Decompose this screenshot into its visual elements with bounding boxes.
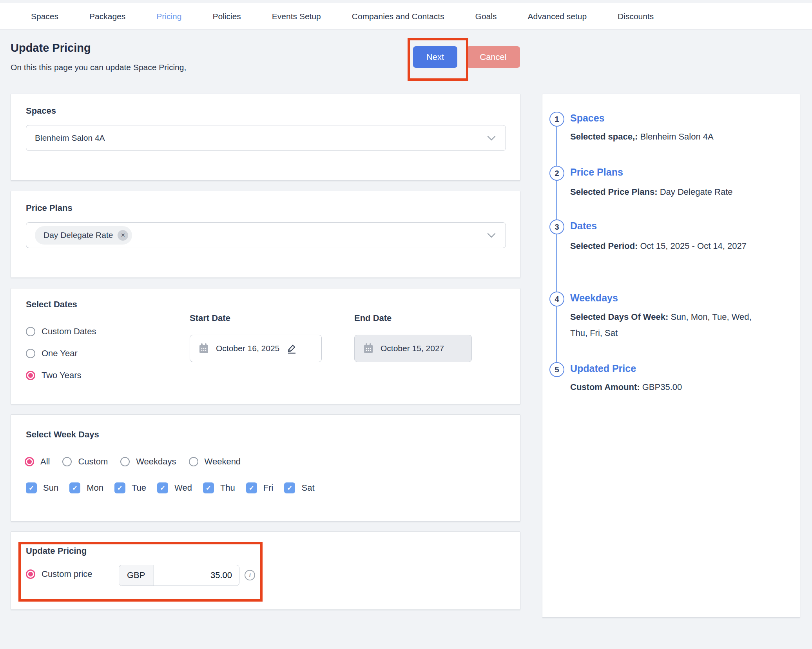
select-dates-card: Select Dates Custom DatesOne YearTwo Yea…: [11, 288, 520, 404]
spaces-select-value: Blenheim Salon 4A: [35, 133, 487, 143]
radio-option-all[interactable]: All: [25, 456, 50, 468]
remove-tag-icon[interactable]: ✕: [118, 230, 128, 241]
checkbox-label: Thu: [220, 483, 235, 493]
step-number-2: 2: [549, 166, 564, 181]
select-week-days-card: Select Week Days AllCustomWeekdaysWeeken…: [11, 414, 520, 522]
checkbox-icon[interactable]: [114, 482, 125, 493]
step-description: Selected Period: Oct 15, 2025 - Oct 14, …: [570, 238, 758, 254]
step-desc-value: Day Delegate Rate: [658, 187, 733, 197]
checkbox-icon[interactable]: [203, 482, 214, 493]
radio-icon[interactable]: [26, 371, 35, 380]
weekday-checkbox-fri[interactable]: Fri: [246, 482, 274, 494]
summary-sidebar: 1SpacesSelected space,: Blenheim Salon 4…: [542, 94, 800, 618]
nav-item-pricing[interactable]: Pricing: [156, 12, 181, 21]
nav-item-packages[interactable]: Packages: [89, 12, 125, 21]
custom-price-option[interactable]: Custom price: [26, 569, 92, 579]
checkbox-icon[interactable]: [246, 482, 257, 493]
nav-item-policies[interactable]: Policies: [212, 12, 241, 21]
radio-option-custom-dates[interactable]: Custom Dates: [26, 326, 96, 337]
radio-option-custom[interactable]: Custom: [62, 456, 108, 468]
weekday-checkbox-thu[interactable]: Thu: [203, 482, 235, 494]
checkbox-icon[interactable]: [26, 482, 37, 493]
end-date-label: End Date: [354, 313, 392, 323]
info-icon[interactable]: i: [245, 570, 255, 580]
start-date-field[interactable]: October 16, 2025: [190, 335, 322, 362]
radio-icon[interactable]: [120, 457, 130, 466]
spaces-card: Spaces Blenheim Salon 4A: [11, 94, 520, 181]
step-title-updated-price[interactable]: Updated Price: [570, 363, 636, 374]
next-button[interactable]: Next: [413, 46, 457, 68]
step-description: Selected Days Of Week: Sun, Mon, Tue, We…: [570, 309, 758, 341]
nav-item-advanced-setup[interactable]: Advanced setup: [527, 12, 587, 21]
step-description: Custom Amount: GBP35.00: [570, 379, 758, 395]
step-number-1: 1: [549, 112, 564, 127]
step-number-5: 5: [549, 362, 564, 377]
checkbox-icon[interactable]: [69, 482, 80, 493]
page-subtitle: On this this page you can update Space P…: [11, 63, 186, 72]
price-plans-select[interactable]: Day Delegate Rate ✕: [26, 222, 506, 248]
end-date-field: October 15, 2027: [354, 335, 472, 362]
step-number-3: 3: [549, 219, 564, 234]
step-number-4: 4: [549, 292, 564, 306]
price-plans-pill-wrap: Day Delegate Rate ✕: [35, 226, 487, 245]
weekday-checkbox-tue[interactable]: Tue: [114, 482, 146, 494]
custom-price-label: Custom price: [42, 569, 92, 579]
radio-option-two-years[interactable]: Two Years: [26, 370, 96, 381]
radio-icon[interactable]: [25, 457, 34, 466]
radio-option-weekend[interactable]: Weekend: [189, 456, 241, 468]
update-pricing-page: SpacesPackagesPricingPoliciesEvents Setu…: [0, 0, 812, 649]
start-date-label: Start Date: [190, 313, 230, 323]
custom-price-radio-icon[interactable]: [26, 569, 35, 579]
radio-icon[interactable]: [189, 457, 198, 466]
weekday-checkbox-sat[interactable]: Sat: [284, 482, 314, 494]
amount-value[interactable]: 35.00: [154, 565, 239, 586]
nav-item-companies-and-contacts[interactable]: Companies and Contacts: [352, 12, 444, 21]
checkbox-icon[interactable]: [157, 482, 168, 493]
spaces-select[interactable]: Blenheim Salon 4A: [26, 125, 506, 151]
radio-label: Weekend: [205, 457, 241, 467]
price-plans-card: Price Plans Day Delegate Rate ✕: [11, 191, 520, 278]
step-desc-label: Selected Days Of Week:: [570, 312, 668, 322]
step-title-spaces[interactable]: Spaces: [570, 112, 605, 124]
radio-label: Weekdays: [136, 457, 176, 467]
price-plan-tag: Day Delegate Rate ✕: [35, 226, 132, 245]
checkbox-label: Fri: [263, 483, 274, 493]
nav-item-discounts[interactable]: Discounts: [618, 12, 654, 21]
cancel-button[interactable]: Cancel: [466, 46, 520, 68]
update-pricing-card: Update Pricing Custom price GBP 35.00 i: [11, 531, 520, 610]
step-title-dates[interactable]: Dates: [570, 220, 597, 232]
step-desc-label: Selected space,:: [570, 132, 638, 141]
radio-icon[interactable]: [62, 457, 72, 466]
radio-label: One Year: [42, 348, 78, 359]
checkbox-label: Wed: [174, 483, 192, 493]
radio-icon[interactable]: [26, 349, 35, 358]
custom-price-input[interactable]: GBP 35.00: [119, 565, 239, 586]
step-title-price-plans[interactable]: Price Plans: [570, 167, 623, 178]
weekday-checkbox-wed[interactable]: Wed: [157, 482, 192, 494]
week-days-checkbox-group: SunMonTueWedThuFriSat: [26, 482, 315, 494]
radio-label: Custom: [78, 457, 108, 467]
step-title-weekdays[interactable]: Weekdays: [570, 292, 618, 304]
weekday-checkbox-sun[interactable]: Sun: [26, 482, 58, 494]
nav-item-spaces[interactable]: Spaces: [31, 12, 58, 21]
step-description: Selected space,: Blenheim Salon 4A: [570, 129, 758, 145]
radio-option-one-year[interactable]: One Year: [26, 348, 96, 359]
radio-label: Two Years: [42, 370, 82, 381]
checkbox-icon[interactable]: [284, 482, 295, 493]
price-plan-tag-label: Day Delegate Rate: [44, 230, 113, 240]
end-date-value: October 15, 2027: [381, 344, 444, 353]
edit-pencil-icon[interactable]: [286, 343, 297, 354]
page-title: Update Pricing: [11, 42, 91, 54]
step-desc-value: Blenheim Salon 4A: [638, 132, 713, 141]
spaces-card-label: Spaces: [26, 106, 56, 116]
checkbox-label: Sun: [43, 483, 58, 493]
nav-item-events-setup[interactable]: Events Setup: [272, 12, 321, 21]
step-description: Selected Price Plans: Day Delegate Rate: [570, 184, 758, 200]
step-desc-label: Selected Price Plans:: [570, 187, 658, 197]
radio-icon[interactable]: [26, 327, 35, 336]
weekday-checkbox-mon[interactable]: Mon: [69, 482, 103, 494]
nav-item-goals[interactable]: Goals: [475, 12, 497, 21]
dates-radio-group: Custom DatesOne YearTwo Years: [26, 326, 96, 381]
checkbox-label: Tue: [132, 483, 146, 493]
radio-option-weekdays[interactable]: Weekdays: [120, 456, 176, 468]
